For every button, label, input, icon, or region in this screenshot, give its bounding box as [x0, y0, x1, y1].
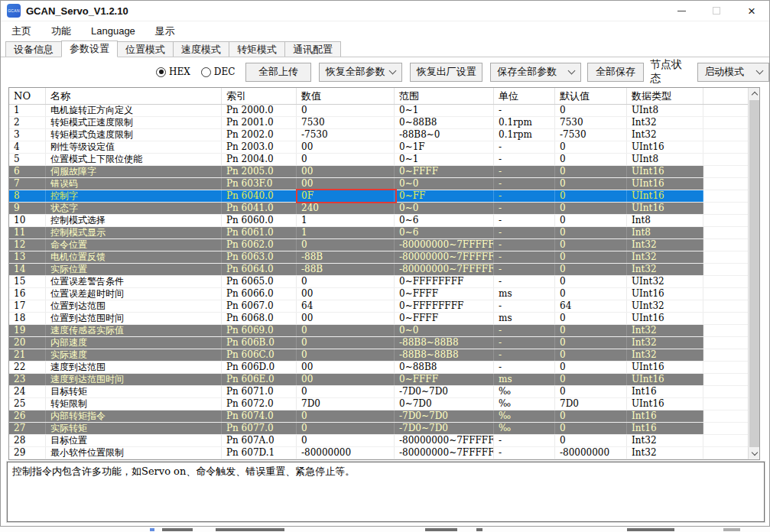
- menu-item-3[interactable]: 显示: [155, 24, 175, 38]
- cell-unit: -: [494, 447, 555, 459]
- table-row-6[interactable]: 6伺服故障字Pn 2005.0000~FFFF-0UInt16: [9, 166, 748, 178]
- table-row-22[interactable]: 22速度到达范围Pn 606D.0000~88B8-0UInt16: [9, 362, 748, 374]
- table-row-27[interactable]: 27实际转矩Pn 6077.00-7D0~7D0‰0Int16: [9, 423, 748, 435]
- cell-filler: [703, 251, 748, 263]
- tab-3[interactable]: 速度模式: [173, 41, 229, 57]
- table-row-25[interactable]: 25转矩限制Pn 6072.07D00~7D0‰7D0UInt16: [9, 398, 748, 410]
- cell-name: 速度到达范围时间: [46, 374, 222, 385]
- cell-filler: [703, 313, 748, 324]
- scrollbar-thumb[interactable]: [749, 100, 759, 447]
- cell-default: 0: [555, 276, 627, 287]
- start-mode-dropdown[interactable]: 启动模式: [697, 63, 769, 82]
- cell-default: 0: [555, 386, 627, 397]
- toolbar: HEX DEC 全部上传 恢复全部参数 恢复出厂设置 保存全部参数 全部保存 节…: [1, 62, 769, 82]
- table-row-16[interactable]: 16位置误差超时时间Pn 6066.0000~FFFFms0UInt16: [9, 288, 748, 300]
- cell-unit: -: [494, 178, 555, 190]
- cell-default: 0: [555, 264, 627, 275]
- cell-filler: [703, 190, 748, 202]
- cell-no: 25: [9, 398, 46, 410]
- cell-name: 控制字: [46, 190, 222, 202]
- minimize-button[interactable]: [664, 1, 699, 21]
- cell-index: Pn 2005.0: [222, 166, 297, 177]
- table-row-7[interactable]: 7错误码Pn 603F.0000~0-0UInt16: [9, 178, 748, 190]
- cell-default: 0: [555, 423, 627, 434]
- restore-all-params-dropdown[interactable]: 恢复全部参数: [319, 63, 402, 82]
- parameter-description-panel: 控制指令内包含许多功能，如Servo on、命令触发、错误重置、紧急停止等。: [7, 462, 765, 522]
- table-row-19[interactable]: 19速度传感器实际值Pn 6069.000~0-0Int32: [9, 325, 748, 337]
- cell-index: Pn 607A.0: [222, 435, 297, 446]
- cell-type: UInt16: [627, 203, 703, 214]
- tab-0[interactable]: 设备信息: [5, 41, 62, 57]
- table-row-11[interactable]: 11控制模式显示Pn 6061.010~6-0Int8: [9, 227, 748, 239]
- close-icon: ×: [748, 5, 755, 18]
- cell-filler: [703, 288, 748, 300]
- close-button[interactable]: ×: [734, 1, 769, 21]
- cell-index: Pn 6067.0: [222, 300, 297, 312]
- chevron-down-icon: [389, 67, 397, 75]
- table-row-3[interactable]: 3转矩模式负速度限制Pn 2002.0-7530-88B8~00.1rpm-75…: [9, 129, 748, 141]
- table-row-4[interactable]: 4刚性等级设定值Pn 2003.0000~1F-0UInt16: [9, 141, 748, 154]
- dec-radio[interactable]: DEC: [201, 66, 236, 77]
- hex-radio[interactable]: HEX: [156, 66, 190, 77]
- save-all-params-dropdown[interactable]: 保存全部参数: [490, 63, 581, 82]
- cell-value: 64: [297, 300, 395, 312]
- table-row-1[interactable]: 1电机旋转正方向定义Pn 2000.000~1-0UInt8: [9, 105, 748, 117]
- cell-filler: [703, 325, 748, 336]
- cell-default: 0: [555, 141, 627, 153]
- menu-item-1[interactable]: 功能: [51, 24, 71, 38]
- cell-type: Int8: [627, 227, 703, 238]
- cell-filler: [703, 178, 748, 190]
- maximize-button[interactable]: [699, 1, 734, 21]
- menu-item-2[interactable]: Language: [91, 25, 135, 37]
- node-status-label: 节点状态: [650, 58, 691, 86]
- cell-default: 0: [555, 435, 627, 446]
- table-row-28[interactable]: 28目标位置Pn 607A.00-80000000~7FFFFFFF-0Int3…: [9, 435, 748, 447]
- table-row-10[interactable]: 10控制模式选择Pn 6060.010~6-0Int8: [9, 215, 748, 227]
- cell-value: 7530: [297, 117, 395, 128]
- table-row-20[interactable]: 20内部速度Pn 606B.00-88B8~88B8-0Int32: [9, 337, 748, 349]
- table-row-13[interactable]: 13电机位置反馈Pn 6063.0-88B-80000000~7FFFFFFF-…: [9, 251, 748, 264]
- table-row-24[interactable]: 24目标转矩Pn 6071.00-7D0~7D0‰0Int16: [9, 386, 748, 398]
- table-row-12[interactable]: 12命令位置Pn 6062.00-80000000~7FFFFFFF-0Int3…: [9, 239, 748, 251]
- scroll-down-button[interactable]: [749, 448, 760, 459]
- table-row-9[interactable]: 9状态字Pn 6041.02400~0-0UInt16: [9, 203, 748, 215]
- cell-name: 电机位置反馈: [46, 251, 222, 263]
- cell-value: 00: [297, 362, 395, 373]
- cell-index: Pn 6041.0: [222, 203, 297, 214]
- tab-5[interactable]: 通讯配置: [284, 41, 341, 57]
- column-header-范围: 范围: [395, 88, 494, 104]
- table-row-26[interactable]: 26内部转矩指令Pn 6074.00-7D0~7D0‰0Int16: [9, 410, 748, 423]
- cell-type: UInt16: [627, 313, 703, 324]
- cell-filler: [703, 300, 748, 312]
- table-row-17[interactable]: 17位置到达范围Pn 6067.0640~FFFFFFFF-64UInt32: [9, 300, 748, 313]
- start-mode-label: 启动模式: [704, 65, 744, 79]
- table-row-8[interactable]: 8控制字Pn 6040.00F0~FF-0UInt16: [9, 190, 748, 203]
- vertical-scrollbar[interactable]: [748, 88, 759, 459]
- cell-default: -7530: [555, 129, 627, 141]
- cell-no: 21: [9, 349, 46, 361]
- cell-name: 目标位置: [46, 435, 222, 446]
- upload-all-button[interactable]: 全部上传: [245, 63, 310, 82]
- table-row-21[interactable]: 21实际速度Pn 606C.00-88B8~88B8-0Int32: [9, 349, 748, 362]
- scroll-up-button[interactable]: [749, 88, 760, 99]
- menu-item-0[interactable]: 主页: [11, 24, 31, 38]
- table-row-14[interactable]: 14实际位置Pn 6064.0-88B-80000000~7FFFFFFF-0I…: [9, 264, 748, 276]
- table-row-5[interactable]: 5位置模式上下限位使能Pn 2004.000~1-0UInt8: [9, 154, 748, 166]
- cell-value: 00: [297, 313, 395, 324]
- cell-default: 0: [555, 203, 627, 214]
- table-row-23[interactable]: 23速度到达范围时间Pn 606E.0000~FFFFms0UInt16: [9, 374, 748, 386]
- tab-4[interactable]: 转矩模式: [229, 41, 285, 57]
- cell-value: -88B: [297, 251, 395, 263]
- table-row-18[interactable]: 18位置到达范围时间Pn 6068.0000~FFFFms0UInt16: [9, 313, 748, 325]
- cell-value: 0: [297, 386, 395, 397]
- table-row-2[interactable]: 2转矩模式正速度限制Pn 2001.075300~88B80.1rpm7530I…: [9, 117, 748, 129]
- table-row-29[interactable]: 29最小软件位置限制Pn 607D.1-80000000-80000000~7F…: [9, 447, 748, 459]
- cell-unit: ‰: [494, 398, 555, 410]
- table-row-15[interactable]: 15位置误差警告条件Pn 6065.000~FFFFFFFF-0UInt32: [9, 276, 748, 288]
- factory-reset-button[interactable]: 恢复出厂设置: [410, 63, 482, 82]
- cell-value: 7D0: [297, 398, 395, 410]
- window-controls: ×: [664, 1, 769, 21]
- tab-1[interactable]: 参数设置: [61, 41, 118, 57]
- tab-2[interactable]: 位置模式: [117, 41, 174, 57]
- save-all-button[interactable]: 全部保存: [587, 63, 644, 82]
